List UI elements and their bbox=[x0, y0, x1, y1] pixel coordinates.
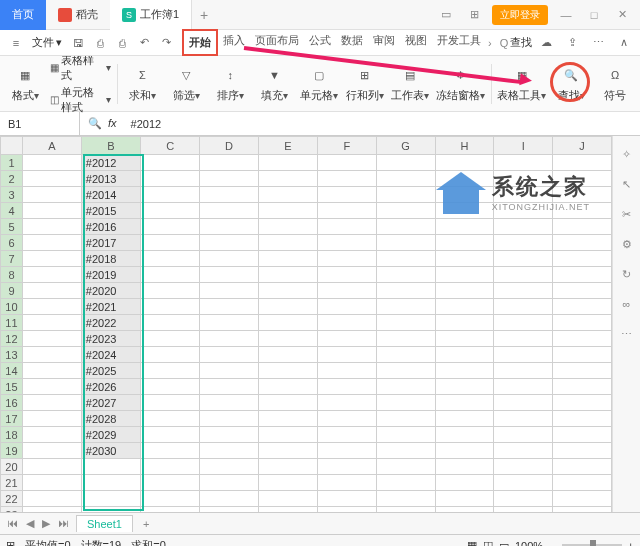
cell[interactable] bbox=[553, 411, 612, 427]
cell[interactable] bbox=[200, 187, 259, 203]
cell[interactable] bbox=[141, 507, 200, 513]
cell[interactable] bbox=[258, 187, 317, 203]
cell[interactable] bbox=[141, 347, 200, 363]
col-header-I[interactable]: I bbox=[494, 137, 553, 155]
cell[interactable] bbox=[435, 299, 494, 315]
print-preview-icon[interactable]: ⎙ bbox=[90, 33, 110, 53]
cell[interactable] bbox=[200, 363, 259, 379]
cell[interactable] bbox=[553, 475, 612, 491]
row-header[interactable]: 21 bbox=[1, 475, 23, 491]
cell[interactable] bbox=[435, 315, 494, 331]
cell[interactable] bbox=[553, 235, 612, 251]
cell[interactable] bbox=[22, 475, 81, 491]
cell[interactable] bbox=[317, 187, 376, 203]
cell[interactable] bbox=[141, 443, 200, 459]
cell[interactable] bbox=[435, 491, 494, 507]
cell[interactable] bbox=[376, 155, 435, 171]
cell[interactable] bbox=[435, 219, 494, 235]
cell[interactable] bbox=[494, 155, 553, 171]
grp-cell-format[interactable]: ▦格式▾ bbox=[6, 64, 44, 103]
cell[interactable] bbox=[258, 411, 317, 427]
cell[interactable] bbox=[141, 219, 200, 235]
cell[interactable] bbox=[435, 395, 494, 411]
cell[interactable] bbox=[258, 491, 317, 507]
cell[interactable] bbox=[553, 363, 612, 379]
cell[interactable] bbox=[376, 203, 435, 219]
cell[interactable] bbox=[435, 507, 494, 513]
side-gear-icon[interactable]: ⚙ bbox=[619, 236, 635, 252]
cell[interactable]: #2023 bbox=[81, 331, 140, 347]
cell[interactable] bbox=[494, 507, 553, 513]
cell[interactable]: #2030 bbox=[81, 443, 140, 459]
cell[interactable] bbox=[435, 459, 494, 475]
cell[interactable] bbox=[258, 267, 317, 283]
cell[interactable] bbox=[200, 267, 259, 283]
sheet-nav[interactable]: ⏮◀▶⏭ bbox=[4, 517, 72, 530]
cell[interactable] bbox=[376, 395, 435, 411]
close-button[interactable]: ✕ bbox=[612, 8, 632, 21]
cell[interactable] bbox=[81, 507, 140, 513]
tab-formula[interactable]: 公式 bbox=[304, 29, 336, 56]
tab-insert[interactable]: 插入 bbox=[218, 29, 250, 56]
col-header-J[interactable]: J bbox=[553, 137, 612, 155]
cell[interactable] bbox=[22, 203, 81, 219]
cell[interactable] bbox=[435, 283, 494, 299]
row-header[interactable]: 16 bbox=[1, 395, 23, 411]
cell[interactable] bbox=[200, 491, 259, 507]
cell[interactable] bbox=[317, 155, 376, 171]
col-header-A[interactable]: A bbox=[22, 137, 81, 155]
cell[interactable] bbox=[376, 187, 435, 203]
cell[interactable] bbox=[553, 347, 612, 363]
share-icon[interactable]: ⇪ bbox=[562, 33, 582, 53]
cell[interactable] bbox=[494, 427, 553, 443]
cell[interactable] bbox=[141, 299, 200, 315]
cell[interactable] bbox=[22, 155, 81, 171]
cell[interactable] bbox=[141, 267, 200, 283]
fx-search-icon[interactable]: 🔍 bbox=[88, 117, 102, 130]
cell[interactable] bbox=[494, 443, 553, 459]
col-header-F[interactable]: F bbox=[317, 137, 376, 155]
maximize-button[interactable]: □ bbox=[584, 9, 604, 21]
cell[interactable] bbox=[435, 347, 494, 363]
grp-find[interactable]: 🔍查找▾ bbox=[552, 64, 590, 103]
cell[interactable] bbox=[258, 427, 317, 443]
cell[interactable] bbox=[553, 427, 612, 443]
cell[interactable] bbox=[376, 299, 435, 315]
col-header-G[interactable]: G bbox=[376, 137, 435, 155]
cell[interactable] bbox=[258, 171, 317, 187]
cell[interactable] bbox=[200, 475, 259, 491]
cell[interactable] bbox=[258, 299, 317, 315]
row-header[interactable]: 20 bbox=[1, 459, 23, 475]
grp-filter[interactable]: ▽筛选▾ bbox=[167, 64, 205, 103]
cell-style[interactable]: ◫ 单元格样式▾ bbox=[50, 85, 111, 115]
cell[interactable] bbox=[258, 395, 317, 411]
row-header[interactable]: 4 bbox=[1, 203, 23, 219]
cell[interactable] bbox=[553, 331, 612, 347]
cell[interactable] bbox=[141, 171, 200, 187]
cell[interactable] bbox=[22, 235, 81, 251]
cell[interactable] bbox=[317, 427, 376, 443]
cell[interactable] bbox=[200, 203, 259, 219]
layout-icon[interactable]: ▭ bbox=[436, 8, 456, 21]
menu-search[interactable]: Q 查找 bbox=[500, 35, 533, 50]
side-ai-icon[interactable]: ✧ bbox=[619, 146, 635, 162]
cell[interactable] bbox=[435, 203, 494, 219]
cloud-icon[interactable]: ☁ bbox=[536, 33, 556, 53]
cell[interactable] bbox=[376, 379, 435, 395]
cell[interactable] bbox=[317, 395, 376, 411]
cell[interactable] bbox=[200, 315, 259, 331]
row-header[interactable]: 1 bbox=[1, 155, 23, 171]
cell[interactable] bbox=[200, 459, 259, 475]
cell[interactable]: #2028 bbox=[81, 411, 140, 427]
cell[interactable] bbox=[435, 267, 494, 283]
cell[interactable] bbox=[553, 507, 612, 513]
cell[interactable] bbox=[258, 283, 317, 299]
tab-dev[interactable]: 开发工具 bbox=[432, 29, 486, 56]
tab-home[interactable]: 首页 bbox=[0, 0, 46, 30]
zoom-in[interactable]: + bbox=[628, 540, 634, 547]
cell[interactable] bbox=[376, 331, 435, 347]
cell[interactable]: #2022 bbox=[81, 315, 140, 331]
minimize-button[interactable]: — bbox=[556, 9, 576, 21]
cell[interactable]: #2015 bbox=[81, 203, 140, 219]
cell[interactable]: #2025 bbox=[81, 363, 140, 379]
